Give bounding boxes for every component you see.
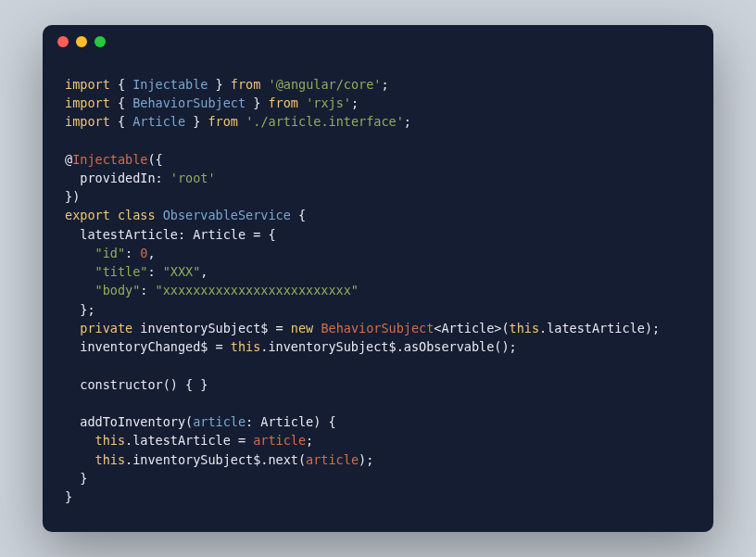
maximize-icon[interactable]: [94, 36, 106, 47]
code-window: import { Injectable } from '@angular/cor…: [43, 25, 713, 533]
import-injectable: Injectable: [132, 77, 208, 92]
provided-in-key: providedIn:: [65, 171, 170, 185]
keyword-from: from: [268, 95, 298, 110]
keyword-import: import: [65, 114, 110, 129]
string-module: 'rxjs': [306, 95, 351, 110]
keyword-from: from: [231, 77, 261, 92]
keyword-import: import: [65, 77, 110, 92]
class-name: ObservableService: [163, 208, 291, 222]
import-behaviorsubject: BehaviorSubject: [132, 95, 246, 110]
minimize-icon[interactable]: [76, 36, 87, 47]
keyword-new: new: [291, 321, 313, 335]
property-latest-article: latestArticle: Article = {: [65, 227, 276, 242]
string-module: './article.interface': [246, 114, 404, 129]
keyword-this: this: [231, 339, 261, 354]
ctor-behaviorsubject: BehaviorSubject: [321, 321, 434, 335]
method-add-to-inventory: addToInventory(: [65, 414, 193, 429]
obj-key-id: "id": [65, 246, 125, 260]
close-icon[interactable]: [57, 36, 69, 47]
arg-article: article: [253, 433, 306, 448]
keyword-export: export: [65, 208, 110, 222]
import-article: Article: [132, 114, 185, 129]
constructor: constructor() { }: [65, 377, 208, 392]
string-xxx: "XXX": [163, 264, 201, 279]
arg-article: article: [306, 452, 359, 467]
string-body: "xxxxxxxxxxxxxxxxxxxxxxxxx": [156, 283, 359, 297]
keyword-private: private: [65, 321, 132, 335]
keyword-import: import: [65, 95, 110, 110]
param-article: article: [193, 414, 246, 429]
window-titlebar: [43, 25, 713, 58]
decorator-injectable: Injectable: [72, 152, 147, 167]
obj-key-body: "body": [65, 283, 140, 297]
string-module: '@angular/core': [269, 77, 382, 92]
code-block: import { Injectable } from '@angular/cor…: [43, 58, 713, 533]
keyword-this: this: [95, 433, 126, 448]
keyword-from: from: [208, 114, 238, 129]
keyword-this: this: [95, 452, 126, 467]
keyword-class: class: [118, 208, 156, 222]
string-root: 'root': [170, 171, 216, 185]
obj-key-title: "title": [65, 264, 147, 279]
keyword-this: this: [510, 321, 540, 335]
